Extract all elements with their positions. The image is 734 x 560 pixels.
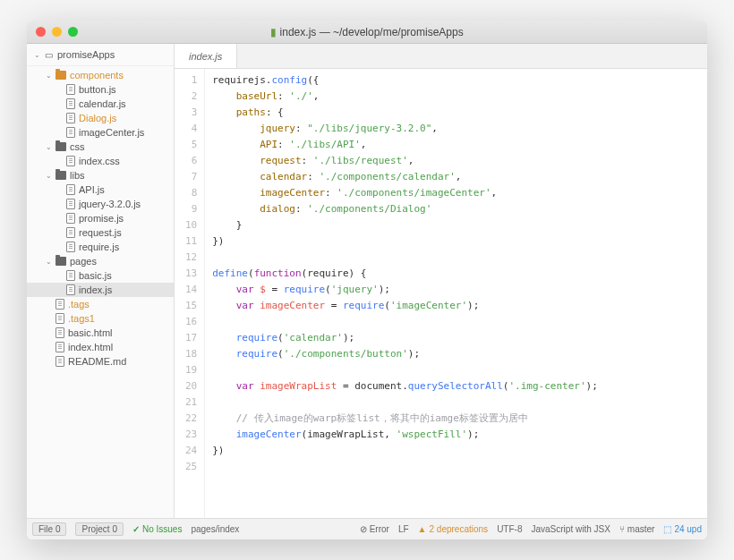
chevron-icon: ⌄ bbox=[45, 143, 52, 151]
tree-folder[interactable]: ⌄css bbox=[27, 140, 174, 154]
file-icon bbox=[66, 213, 75, 224]
code-line[interactable] bbox=[212, 395, 598, 411]
editor-window: ▮ index.js — ~/develop/me/promiseApps ⌄ … bbox=[27, 21, 707, 539]
tree-file[interactable]: index.html bbox=[27, 340, 174, 354]
file-icon bbox=[55, 342, 64, 352]
tree-item-label: promise.js bbox=[79, 213, 124, 224]
circle-slash-icon: ⊘ bbox=[360, 524, 367, 534]
code-line[interactable] bbox=[212, 314, 598, 330]
tree-file[interactable]: README.md bbox=[27, 354, 174, 369]
code-line[interactable]: require('calendar'); bbox=[212, 330, 598, 346]
code-line[interactable]: var imageWrapList = document.querySelect… bbox=[212, 378, 598, 395]
file-icon bbox=[66, 284, 75, 295]
tree-item-label: css bbox=[70, 141, 85, 152]
code-line[interactable]: baseUrl: './', bbox=[212, 89, 598, 105]
tree-file[interactable]: calendar.js bbox=[27, 97, 174, 111]
tree-file[interactable]: promise.js bbox=[27, 211, 174, 225]
issues-status[interactable]: ✓ No Issues bbox=[132, 524, 182, 534]
chevron-icon: ⌄ bbox=[45, 72, 52, 80]
tree-file[interactable]: require.js bbox=[27, 240, 174, 254]
tree-item-label: basic.js bbox=[79, 270, 112, 281]
code-line[interactable]: var imageCenter = require('imageCenter')… bbox=[212, 298, 598, 314]
close-icon[interactable] bbox=[36, 27, 46, 37]
tree-file[interactable]: button.js bbox=[27, 82, 174, 97]
error-status[interactable]: ⊘ Error bbox=[360, 524, 389, 534]
tree-file[interactable]: index.css bbox=[27, 154, 174, 168]
deprecations-status[interactable]: ▲ 2 deprecations bbox=[418, 524, 489, 534]
code-line[interactable] bbox=[212, 459, 598, 475]
tree-item-label: README.md bbox=[68, 356, 126, 367]
editor-area: index.js 1234567891011121314151617181920… bbox=[175, 44, 707, 518]
code-line[interactable]: }) bbox=[212, 443, 598, 459]
tree-file[interactable]: .tags bbox=[27, 297, 174, 311]
tree-file[interactable]: API.js bbox=[27, 182, 174, 197]
code-line[interactable]: imageCenter: './components/imageCenter', bbox=[212, 185, 598, 201]
folder-icon bbox=[55, 257, 66, 266]
project-name: promiseApps bbox=[57, 49, 115, 60]
tree-item-label: .tags1 bbox=[68, 313, 95, 324]
file-filter-button[interactable]: File 0 bbox=[32, 522, 66, 536]
project-header[interactable]: ⌄ ▭ promiseApps bbox=[27, 44, 174, 66]
warning-icon: ▲ bbox=[418, 524, 427, 534]
tree-file[interactable]: .tags1 bbox=[27, 311, 174, 326]
tree-file[interactable]: Dialog.js bbox=[27, 111, 174, 125]
minimize-icon[interactable] bbox=[52, 27, 62, 37]
tree-file[interactable]: basic.js bbox=[27, 268, 174, 283]
folder-icon bbox=[55, 71, 66, 80]
tree-folder[interactable]: ⌄components bbox=[27, 68, 174, 82]
code-line[interactable]: // 传入image的warp标签list，将其中的iamge标签设置为居中 bbox=[212, 411, 598, 427]
tree-file[interactable]: basic.html bbox=[27, 326, 174, 340]
tree-file[interactable]: jquery-3.2.0.js bbox=[27, 197, 174, 211]
code-line[interactable]: }) bbox=[212, 233, 598, 250]
code-line[interactable]: var $ = require('jquery'); bbox=[212, 282, 598, 298]
code-line[interactable]: jquery: "./libs/jquery-3.2.0", bbox=[212, 121, 598, 137]
language-mode[interactable]: JavaScript with JSX bbox=[531, 524, 610, 534]
js-file-icon: ▮ bbox=[270, 26, 277, 38]
git-branch[interactable]: ⑂ master bbox=[619, 524, 655, 534]
tree-folder[interactable]: ⌄pages bbox=[27, 254, 174, 268]
file-icon bbox=[55, 299, 64, 310]
window-title: ▮ index.js — ~/develop/me/promiseApps bbox=[27, 26, 707, 38]
code-line[interactable]: dialog: './components/Dialog' bbox=[212, 201, 598, 217]
code-line[interactable]: request: './libs/request', bbox=[212, 153, 598, 169]
file-icon bbox=[66, 184, 75, 195]
tree-file[interactable]: index.js bbox=[27, 283, 174, 297]
code-line[interactable]: } bbox=[212, 217, 598, 233]
project-filter-button[interactable]: Project 0 bbox=[75, 522, 123, 536]
code-line[interactable]: calendar: './components/calendar', bbox=[212, 169, 598, 185]
code-editor[interactable]: 1234567891011121314151617181920212223242… bbox=[175, 69, 707, 518]
line-ending[interactable]: LF bbox=[398, 524, 409, 534]
tree-item-label: request.js bbox=[79, 227, 122, 238]
updates-status[interactable]: ⬚ 24 upd bbox=[663, 524, 702, 534]
tab-index-js[interactable]: index.js bbox=[175, 44, 237, 68]
file-icon bbox=[66, 127, 75, 138]
code-line[interactable]: define(function(require) { bbox=[212, 266, 598, 282]
code-line[interactable]: API: './libs/API', bbox=[212, 137, 598, 153]
code-line[interactable]: require('./components/button'); bbox=[212, 346, 598, 362]
tree-item-label: libs bbox=[70, 170, 85, 181]
tree-folder[interactable]: ⌄libs bbox=[27, 168, 174, 182]
sidebar: ⌄ ▭ promiseApps ⌄componentsbutton.jscale… bbox=[27, 44, 175, 518]
book-icon: ▭ bbox=[45, 50, 53, 60]
tree-item-label: imageCenter.js bbox=[79, 127, 144, 138]
file-icon bbox=[66, 98, 75, 109]
code-line[interactable]: paths: { bbox=[212, 105, 598, 121]
tree-item-label: pages bbox=[70, 256, 97, 267]
code-line[interactable]: requirejs.config({ bbox=[212, 72, 598, 89]
tree-file[interactable]: imageCenter.js bbox=[27, 125, 174, 140]
titlebar[interactable]: ▮ index.js — ~/develop/me/promiseApps bbox=[27, 21, 707, 44]
code-text[interactable]: requirejs.config({ baseUrl: './', paths:… bbox=[205, 69, 605, 518]
tab-bar: index.js bbox=[175, 44, 707, 69]
tree-file[interactable]: request.js bbox=[27, 225, 174, 240]
tree-item-label: basic.html bbox=[68, 327, 113, 338]
tree-item-label: API.js bbox=[79, 184, 105, 195]
file-icon bbox=[66, 270, 75, 281]
code-line[interactable]: imageCenter(imageWrapList, 'wspectFill')… bbox=[212, 427, 598, 443]
code-line[interactable] bbox=[212, 250, 598, 266]
code-line[interactable] bbox=[212, 362, 598, 378]
zoom-icon[interactable] bbox=[68, 27, 78, 37]
encoding[interactable]: UTF-8 bbox=[497, 524, 522, 534]
file-path[interactable]: pages/index bbox=[191, 524, 239, 534]
tree-item-label: .tags bbox=[68, 299, 90, 310]
file-icon bbox=[55, 356, 64, 367]
